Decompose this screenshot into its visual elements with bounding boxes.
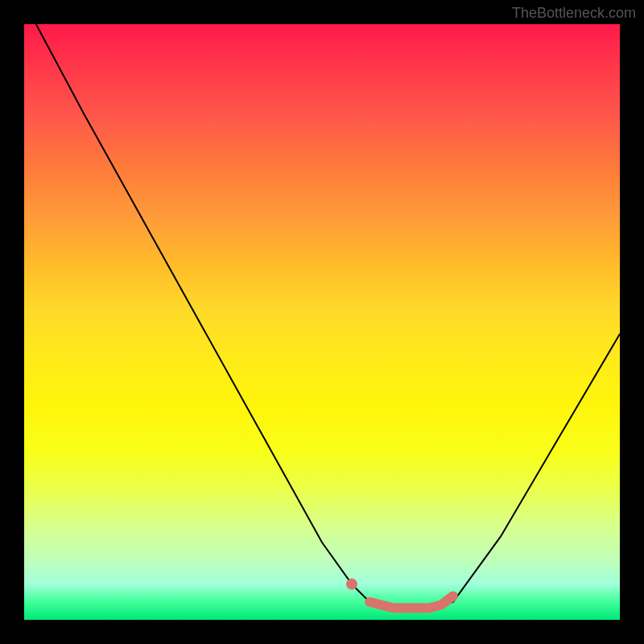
optimal-range-dot <box>346 579 357 590</box>
bottleneck-curve <box>36 24 620 608</box>
chart-svg <box>24 24 620 620</box>
optimal-range-highlight <box>369 596 453 608</box>
watermark-text: TheBottleneck.com <box>512 5 636 22</box>
chart-container: TheBottleneck.com <box>0 0 644 644</box>
plot-area <box>24 24 620 620</box>
